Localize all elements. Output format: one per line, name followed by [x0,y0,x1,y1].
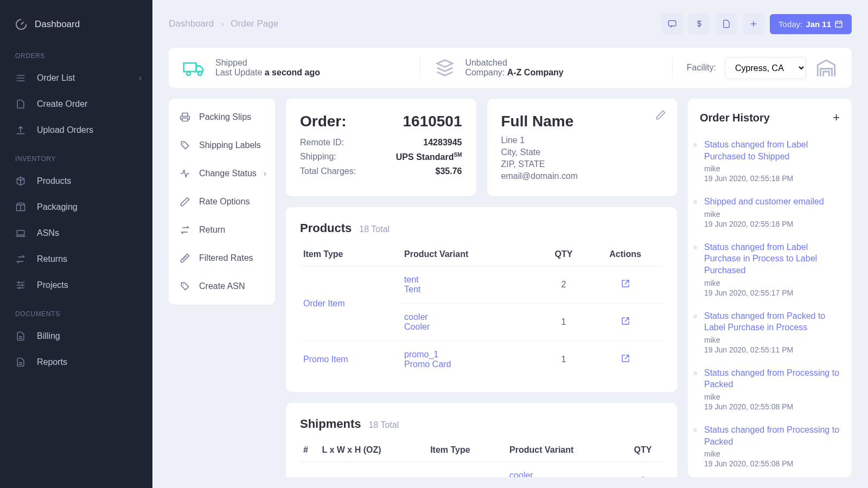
action-change-status[interactable]: Change Status› [169,159,275,188]
today-pill[interactable]: Today: Jan 11 [770,14,852,34]
history-user: mike [704,450,842,458]
action-filtered-rates[interactable]: Filtered Rates [169,244,275,272]
product-sku[interactable]: cooler [404,312,537,322]
product-qty: 2 [540,266,588,304]
document-icon [722,19,731,29]
action-return[interactable]: Return [169,216,275,244]
customer-line: City, State [501,146,663,158]
customer-line: email@domain.com [501,170,663,182]
action-packing-slips[interactable]: Packing Slips [169,103,275,131]
history-user: mike [704,336,842,344]
status-title: Shipped [215,58,320,68]
actions-menu: Packing SlipsShipping LabelsChange Statu… [169,99,275,305]
brand-label: Dashboard [35,19,80,30]
order-card: Order: 1610501 Remote ID:14283945Shippin… [286,99,476,196]
history-item: Status changed from Packed to Label Purc… [702,304,842,361]
history-date: 19 Jun 2020, 02:55:08 PM [704,402,842,411]
open-external-button[interactable] [621,279,630,288]
open-external-button[interactable] [621,354,630,363]
history-date: 19 Jun 2020, 02:55:17 PM [704,288,842,297]
history-user: mike [704,393,842,401]
table-row: Order ItemcoolerCooler1 [300,462,663,478]
action-shipping-labels[interactable]: Shipping Labels [169,131,275,159]
shipment-sku[interactable]: cooler [509,471,620,477]
history-text: Status changed from Packed to Label Purc… [704,310,842,333]
section-label: DOCUMENTS [0,298,152,323]
products-title: Products [300,221,352,235]
history-user: mike [704,210,842,219]
breadcrumb-root[interactable]: Dashboard [169,18,214,29]
product-name[interactable]: Promo Card [404,359,537,369]
svg-point-3 [187,72,190,75]
product-sku[interactable]: promo_1 [404,350,537,359]
add-button[interactable] [743,13,764,35]
history-date: 19 Jun 2020, 02:55:18 PM [704,174,842,183]
gauge-icon [15,18,27,30]
product-qty: 1 [540,341,588,378]
history-text: Status changed from Processing to Packed [704,424,842,447]
table-row: Promo Itempromo_1Promo Card1 [300,341,663,378]
chevron-right-icon: › [264,169,266,178]
history-text: Status changed from Processing to Packed [704,367,842,390]
chat-button[interactable] [661,13,683,35]
order-history-panel: Order History + Status changed from Labe… [688,99,852,477]
product-name[interactable]: Cooler [404,322,537,332]
history-item: Shipped and customer emailedmike19 Jun 2… [702,189,842,235]
table-row: Order ItemtentTent2 [300,266,663,304]
today-value: Jan 11 [806,20,831,29]
history-item: Status changed from Label Purchased to S… [702,132,842,189]
history-item: Status changed from Label Purchase in Pr… [702,235,842,304]
history-date: 19 Jun 2020, 02:55:18 PM [704,220,842,228]
shipments-total: 18 Total [368,420,399,430]
product-sku[interactable]: tent [404,275,537,285]
batch-title: Unbatched [465,58,563,68]
nav-projects[interactable]: Projects [0,272,152,298]
money-button[interactable] [688,13,710,35]
status-bar: Shipped Last Update a second ago Unbatch… [169,48,852,88]
facility-label: Facility: [687,63,716,73]
svg-rect-0 [668,21,676,26]
shipments-panel: Shipments 18 Total # L x W x H (OZ) Item… [286,403,677,477]
edit-icon[interactable] [655,110,666,120]
customer-name: Full Name [501,113,663,130]
history-text: Status changed from Label Purchased to S… [704,139,842,162]
chat-icon [667,19,677,29]
section-label: ORDERS [0,40,152,65]
product-qty: 1 [540,304,588,341]
nav-products[interactable]: Products [0,168,152,194]
history-item: Shipping method changed tomike19 Jun 202… [702,474,842,477]
shipments-title: Shipments [300,417,361,431]
nav-asns[interactable]: ASNs [0,220,152,246]
layers-icon [435,57,455,78]
breadcrumb: Dashboard › Order Page [169,18,278,29]
products-total: 18 Total [359,224,390,234]
svg-rect-1 [835,21,842,27]
plus-icon [749,19,758,29]
nav-upload-orders[interactable]: Upload Orders [0,117,152,143]
nav-billing[interactable]: Billing [0,323,152,349]
action-create-asn[interactable]: Create ASN [169,272,275,300]
svg-point-4 [198,72,202,75]
today-label: Today: [778,20,802,29]
brand[interactable]: Dashboard [0,12,152,40]
order-number: 1610501 [403,113,462,130]
history-date: 19 Jun 2020, 02:55:11 PM [704,345,842,354]
nav-reports[interactable]: Reports [0,349,152,375]
customer-line: ZIP, STATE [501,158,663,170]
history-add-button[interactable]: + [833,111,840,125]
action-rate-options[interactable]: Rate Options [169,188,275,216]
warehouse-icon [815,56,838,79]
nav-create-order[interactable]: Create Order [0,91,152,117]
nav-returns[interactable]: Returns [0,246,152,272]
products-panel: Products 18 Total Item Type Product Vari… [286,207,677,392]
doc-button[interactable] [716,13,737,35]
product-name[interactable]: Tent [404,285,537,294]
customer-card: Full Name Line 1City, StateZIP, STATEema… [487,99,678,196]
nav-packaging[interactable]: Packaging [0,194,152,220]
nav-order-list[interactable]: Order List› [0,65,152,91]
dollar-icon [694,19,704,29]
calendar-icon [834,20,843,28]
open-external-button[interactable] [621,316,630,326]
history-title: Order History [700,112,770,124]
facility-select[interactable]: Cypress, CA [725,57,806,79]
